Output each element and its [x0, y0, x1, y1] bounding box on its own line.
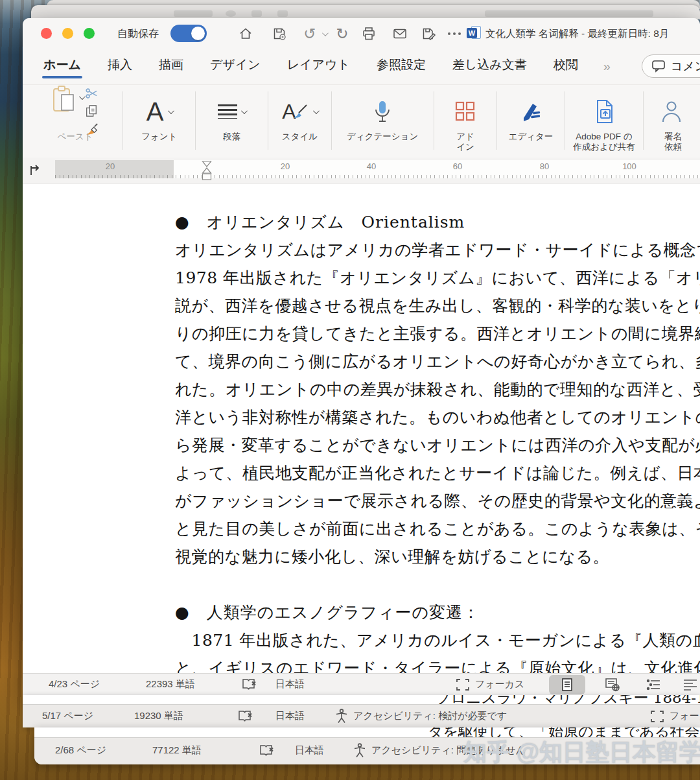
horizontal-ruler[interactable]: 20 20 40 60 80 100 120 [55, 160, 700, 178]
print-layout-view-button[interactable] [549, 675, 585, 694]
doc-line: れた。オリエントの中の差異が抹殺され、能動的で理知的な西洋と、受動的 [23, 375, 700, 403]
word-window-behind-1[interactable]: ブロニスラウ・マリノフスキー 1884-1942 5/17 ページ 19230 … [23, 695, 700, 727]
font-dropdown-icon[interactable] [167, 108, 174, 114]
undo-chevron-icon[interactable] [320, 25, 329, 43]
paragraph-icon [218, 104, 237, 119]
tab-insert[interactable]: 挿入 [106, 53, 134, 81]
styles-label: スタイル [282, 132, 318, 142]
focus-button[interactable]: フォーカス [475, 678, 524, 691]
zoom-window-button[interactable] [84, 28, 95, 39]
background-ghost-title [485, 10, 653, 17]
document-page[interactable]: ● オリエンタリズム Orientalism オリエンタリズムはアメリカの学者エ… [23, 183, 700, 673]
autosave-toggle[interactable] [170, 25, 207, 42]
dictation-label: ディクテーション [347, 132, 418, 142]
redo-icon[interactable]: ↻ [335, 25, 349, 43]
doc-heading: ● オリエンタリズム Orientalism [23, 208, 700, 236]
page-count[interactable]: 4/23 ページ [49, 678, 100, 691]
tab-overflow-chevron-icon[interactable]: » [603, 59, 609, 74]
comments-button[interactable]: コメント [642, 54, 700, 78]
web-layout-view-button[interactable] [605, 678, 620, 694]
signature-request-group[interactable]: 署名依頼 [646, 85, 700, 158]
background-ghost-icon [277, 10, 288, 17]
adobe-pdf-group[interactable]: Adobe PDF の作成および共有 [568, 85, 640, 158]
toggle-knob [191, 27, 205, 40]
page-count[interactable]: 2/68 ページ [55, 744, 106, 757]
proofing-icon[interactable] [238, 710, 253, 724]
editor-label: エディター [509, 132, 554, 142]
mail-icon[interactable] [391, 25, 409, 43]
language-indicator[interactable]: 日本語 [275, 710, 305, 722]
ruler-label: 80 [533, 161, 555, 171]
addins-grid-icon [454, 100, 476, 123]
doc-line: 視覚的な魅力に矮小化し、深い理解を妨げることになる。 [23, 543, 700, 571]
autosave-label: 自動保存 [117, 27, 159, 41]
watermark: 知乎 @知日塾日本留学 [463, 737, 700, 768]
paragraph-dropdown-icon[interactable] [241, 108, 248, 114]
addins-group[interactable]: アドイン [437, 85, 494, 158]
doc-line: て、境界の向こう側に広がるオリエントへの好奇心がかき立てられ、多くの [23, 348, 700, 375]
styles-group[interactable]: A スタイル [271, 85, 328, 158]
scissors-icon [85, 88, 98, 99]
window-title: 文化人類学 名词解释 - 最終更新日時: 8月 [485, 27, 669, 41]
home-icon[interactable] [237, 25, 255, 43]
word-document-icon: W [467, 26, 481, 41]
page-count[interactable]: 5/17 ページ [42, 710, 93, 722]
proofing-icon[interactable] [259, 744, 275, 759]
ruler-label: 40 [360, 161, 382, 171]
editor-pen-icon [520, 101, 542, 122]
ruler-row: 20 20 40 60 80 100 120 [23, 158, 700, 183]
outline-view-button[interactable] [646, 679, 662, 692]
tab-references[interactable]: 参照設定 [375, 53, 427, 81]
word-count[interactable]: 77122 単語 [152, 744, 202, 757]
paragraph-group[interactable]: 段落 [198, 85, 265, 158]
paste-button[interactable] [51, 85, 78, 116]
word-window: 自動保存 ↺ ↻ W 文化 [23, 18, 700, 695]
focus-button[interactable]: フォーカス [670, 710, 700, 722]
ruler-label: 100 [618, 161, 640, 171]
accessibility-icon[interactable] [353, 743, 366, 761]
accessibility-status[interactable]: アクセシビリティ: 検討が必要です [353, 710, 507, 722]
proofing-icon[interactable] [242, 678, 257, 692]
styles-brush-icon [292, 104, 309, 119]
clipboard-group: ペースト [30, 85, 120, 158]
paste-label: ペースト [58, 132, 93, 142]
tab-design[interactable]: デザイン [209, 53, 262, 81]
save-as-icon[interactable] [419, 25, 438, 43]
language-indicator[interactable]: 日本語 [295, 744, 324, 757]
tab-draw[interactable]: 描画 [158, 53, 185, 81]
tab-layout[interactable]: レイアウト [286, 53, 351, 81]
word-count[interactable]: 19230 単語 [134, 710, 183, 722]
doc-line: 1978 年出版された『オリエンタリズム』において、西洋による「オリエン [23, 264, 700, 292]
word-count[interactable]: 22393 単語 [146, 678, 195, 691]
doc-line: オリエンタリズムはアメリカの学者エドワード・サーイドによる概念であ [23, 236, 700, 264]
ruler-label: 60 [447, 161, 469, 171]
dictation-group[interactable]: ディクテーション [334, 85, 431, 158]
more-icon[interactable] [445, 25, 463, 43]
doc-line: ら発展・変革することができないオリエントには西洋の介入や支配が必要 [23, 431, 700, 459]
cut-button[interactable] [85, 88, 99, 102]
undo-icon[interactable]: ↺ [303, 25, 317, 43]
editor-group[interactable]: エディター [500, 85, 562, 158]
accessibility-icon[interactable] [335, 709, 348, 726]
language-indicator[interactable]: 日本語 [275, 678, 305, 691]
doc-line: よって、植民地支配が正当化されたとサーイドは論じた。例えば、日本の着 [23, 459, 700, 487]
person-icon [662, 100, 685, 123]
font-label: フォント [141, 132, 177, 142]
minimize-window-button[interactable] [62, 28, 73, 39]
print-icon[interactable] [360, 25, 378, 43]
styles-dropdown-icon[interactable] [313, 108, 320, 114]
copy-button[interactable] [85, 104, 99, 120]
tab-selector-icon[interactable] [28, 162, 42, 180]
paragraph-label: 段落 [223, 132, 240, 142]
background-ghost-toggle [174, 10, 213, 17]
tab-home[interactable]: ホーム [42, 53, 82, 81]
save-icon[interactable] [270, 25, 288, 43]
doc-line: 1871 年出版された、アメリカのルイス・モーガンによる『人類の血縁と [23, 626, 700, 654]
tab-mailings[interactable]: 差し込み文書 [451, 53, 528, 81]
draft-view-button[interactable] [682, 679, 698, 692]
close-window-button[interactable] [41, 28, 52, 39]
comments-button-label: コメント [671, 58, 700, 74]
indent-markers[interactable] [202, 161, 212, 187]
font-group[interactable]: A フォント [126, 85, 192, 158]
tab-review[interactable]: 校閲 [552, 53, 579, 81]
